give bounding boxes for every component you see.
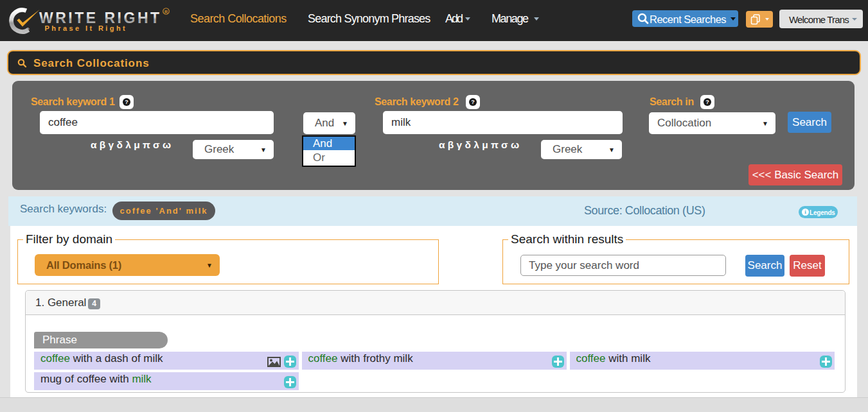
svg-text:Phrase It Right: Phrase It Right [45,24,128,32]
svg-text:R: R [164,10,168,14]
